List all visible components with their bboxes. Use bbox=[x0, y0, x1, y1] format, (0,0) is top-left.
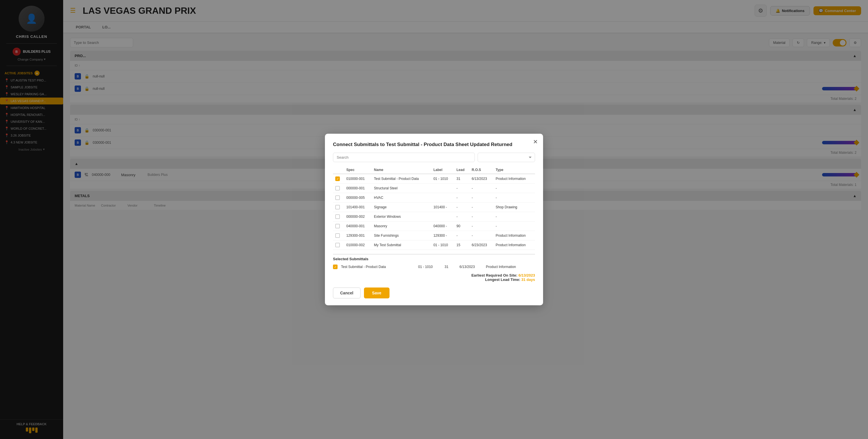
cell-name: Site Furnishings bbox=[372, 231, 431, 241]
earliest-date: 6/13/2023 bbox=[518, 273, 535, 278]
cell-type: Product Information bbox=[493, 241, 535, 250]
selected-submittals-header: Selected Submittals bbox=[333, 254, 535, 261]
modal-table-row: ✓ 010000-001 Test Submittal - Product Da… bbox=[333, 174, 535, 184]
modal-table: Spec Name Label Lead R.O.S Type ✓ 010000… bbox=[333, 166, 535, 250]
modal-table-row: 000000-005 HVAC - - - bbox=[333, 193, 535, 202]
modal-table-row: 129300-001 Site Furnishings 129300 - - -… bbox=[333, 231, 535, 241]
row-checkbox-0[interactable]: ✓ bbox=[335, 177, 340, 181]
cell-type: Product Information bbox=[493, 174, 535, 184]
cell-ros: - bbox=[469, 231, 493, 241]
col-spec: Spec bbox=[344, 166, 372, 174]
cell-label bbox=[431, 193, 454, 202]
cell-spec: 000000-005 bbox=[344, 193, 372, 202]
cell-type: - bbox=[493, 184, 535, 193]
modal-table-header: Spec Name Label Lead R.O.S Type bbox=[333, 166, 535, 174]
cell-label bbox=[431, 184, 454, 193]
modal-close-button[interactable]: ✕ bbox=[533, 139, 538, 145]
modal-table-row: 000000-001 Structural Steel - - - bbox=[333, 184, 535, 193]
modal-table-row: 040000-001 Masonry 040000 - 90 - - bbox=[333, 221, 535, 231]
cell-lead: 15 bbox=[454, 241, 469, 250]
connect-submittals-modal: Connect Submittals to Test Submittal - P… bbox=[325, 134, 543, 305]
cell-label bbox=[431, 212, 454, 221]
cell-type: - bbox=[493, 212, 535, 221]
modal-filter-select[interactable] bbox=[477, 153, 535, 162]
cell-ros: - bbox=[469, 202, 493, 212]
cell-spec: 000000-002 bbox=[344, 212, 372, 221]
col-checkbox bbox=[333, 166, 344, 174]
modal-title: Connect Submittals to Test Submittal - P… bbox=[333, 142, 535, 148]
row-checkbox-3[interactable] bbox=[335, 205, 340, 210]
cell-spec: 129300-001 bbox=[344, 231, 372, 241]
modal-overlay: Connect Submittals to Test Submittal - P… bbox=[0, 0, 868, 439]
modal-search-input[interactable] bbox=[333, 153, 475, 162]
row-checkbox-4[interactable] bbox=[335, 214, 340, 219]
cell-type: - bbox=[493, 193, 535, 202]
cell-spec: 010000-002 bbox=[344, 241, 372, 250]
col-label: Label bbox=[431, 166, 454, 174]
modal-table-body: ✓ 010000-001 Test Submittal - Product Da… bbox=[333, 174, 535, 250]
row-checkbox-1[interactable] bbox=[335, 186, 340, 190]
cell-lead: - bbox=[454, 193, 469, 202]
selected-submittal-row: ✓ Test Submittal - Product Data 01 - 101… bbox=[333, 263, 535, 271]
cell-lead: - bbox=[454, 231, 469, 241]
cell-name: Masonry bbox=[372, 221, 431, 231]
cell-lead: 90 bbox=[454, 221, 469, 231]
cell-type: Shop Drawing bbox=[493, 202, 535, 212]
cell-name: HVAC bbox=[372, 193, 431, 202]
cell-lead: - bbox=[454, 202, 469, 212]
cell-label: 01 - 1010 bbox=[431, 174, 454, 184]
save-button[interactable]: Save bbox=[364, 287, 390, 299]
modal-table-row: 101400-001 Signage 101400 - - - Shop Dra… bbox=[333, 202, 535, 212]
cell-ros: 6/13/2023 bbox=[469, 174, 493, 184]
cell-ros: 6/23/2023 bbox=[469, 241, 493, 250]
cell-ros: - bbox=[469, 221, 493, 231]
col-lead: Lead bbox=[454, 166, 469, 174]
cell-type: - bbox=[493, 221, 535, 231]
cell-label: 040000 - bbox=[431, 221, 454, 231]
cell-spec: 000000-001 bbox=[344, 184, 372, 193]
row-checkbox-7[interactable] bbox=[335, 243, 340, 247]
cell-lead: - bbox=[454, 184, 469, 193]
cell-spec: 010000-001 bbox=[344, 174, 372, 184]
col-type: Type bbox=[493, 166, 535, 174]
selected-checkbox[interactable]: ✓ bbox=[333, 264, 338, 269]
col-ros: R.O.S bbox=[469, 166, 493, 174]
cell-name: Test Submittal - Product Data bbox=[372, 174, 431, 184]
cell-lead: - bbox=[454, 212, 469, 221]
cell-spec: 101400-001 bbox=[344, 202, 372, 212]
cell-label: 01 - 1010 bbox=[431, 241, 454, 250]
longest-lead: 31 days bbox=[521, 278, 535, 282]
modal-search-row bbox=[333, 153, 535, 162]
cell-name: Structural Steel bbox=[372, 184, 431, 193]
cell-type: Product Information bbox=[493, 231, 535, 241]
row-checkbox-5[interactable] bbox=[335, 224, 340, 228]
cell-label: 101400 - bbox=[431, 202, 454, 212]
required-info: Earliest Required On Site: 6/13/2023 Lon… bbox=[333, 273, 535, 282]
modal-table-row: 010000-002 My Test Submittal 01 - 1010 1… bbox=[333, 241, 535, 250]
cell-name: Signage bbox=[372, 202, 431, 212]
col-name: Name bbox=[372, 166, 431, 174]
cell-name: Exterior Windows bbox=[372, 212, 431, 221]
cell-ros: - bbox=[469, 193, 493, 202]
cell-lead: 31 bbox=[454, 174, 469, 184]
modal-footer: Cancel Save bbox=[333, 287, 535, 299]
cell-label: 129300 - bbox=[431, 231, 454, 241]
cell-ros: - bbox=[469, 184, 493, 193]
cell-ros: - bbox=[469, 212, 493, 221]
modal-table-row: 000000-002 Exterior Windows - - - bbox=[333, 212, 535, 221]
cell-spec: 040000-001 bbox=[344, 221, 372, 231]
row-checkbox-6[interactable] bbox=[335, 233, 340, 238]
cell-name: My Test Submittal bbox=[372, 241, 431, 250]
row-checkbox-2[interactable] bbox=[335, 195, 340, 200]
cancel-button[interactable]: Cancel bbox=[333, 287, 361, 299]
